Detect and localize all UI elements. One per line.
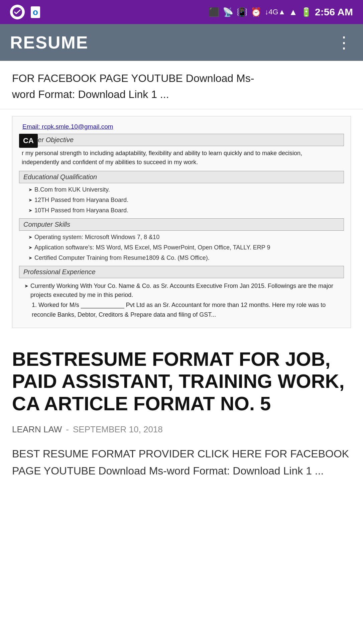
- computer-skills-list: Operating system: Microsoft Windows 7, 8…: [19, 232, 344, 263]
- meta-separator: -: [66, 424, 69, 435]
- status-bar-right: ⬛ 📡 📳 ⏰ ↓4G▲ ▲ 🔋 2:56 AM: [209, 6, 353, 18]
- section-professional-experience: Professional Experience: [19, 266, 344, 278]
- battery-icon: 🔋: [301, 7, 312, 17]
- article-author: LEARN LAW: [12, 424, 62, 435]
- section-computer-skills: Computer Skills: [19, 218, 344, 231]
- edu-item-1: B.Com from KUK University.: [26, 185, 344, 195]
- status-bar: o ⬛ 📡 📳 ⏰ ↓4G▲ ▲ 🔋 2:56 AM: [0, 0, 363, 24]
- edu-item-2: 12TH Passed from Haryana Board.: [26, 195, 344, 205]
- network-icon: ↓4G▲: [265, 8, 285, 16]
- article-date: SEPTEMBER 10, 2018: [73, 424, 163, 435]
- hotspot-icon: 📡: [223, 7, 233, 17]
- article-description: BEST RESUME FORMAT PROVIDER CLICK HERE F…: [12, 445, 351, 479]
- article-meta: LEARN LAW - SEPTEMBER 10, 2018: [12, 424, 351, 435]
- skill-item-2: Application software's: MS Word, MS Exce…: [26, 242, 344, 253]
- exp-detail-1: 1. Worked for M/s _____________ Pvt Ltd …: [22, 300, 341, 320]
- section-career-objective: Carrier Objective: [19, 134, 344, 146]
- vibrate-icon: 📳: [237, 7, 247, 17]
- article-title: BESTRESUME FORMAT FOR JOB, PAID ASSISTAN…: [12, 348, 351, 415]
- education-list: B.Com from KUK University. 12TH Passed f…: [19, 185, 344, 216]
- edu-item-3: 10TH Passed from Haryana Board.: [26, 205, 344, 216]
- app-bar: RESUME ⋮: [0, 24, 363, 61]
- professional-experience-text: Currently Working With Your Co. Name & C…: [19, 280, 344, 321]
- section-education: Educational Qualification: [19, 171, 344, 183]
- cast-icon: ⬛: [209, 7, 219, 17]
- email-line: Email: rcpk.smle.10@gmail.com: [19, 123, 344, 130]
- outlook-icon: o: [31, 6, 40, 18]
- more-options-icon[interactable]: ⋮: [336, 33, 353, 52]
- status-bar-left: o: [10, 5, 40, 19]
- skill-item-1: Operating system: Microsoft Windows 7, 8…: [26, 232, 344, 242]
- telegram-icon: [10, 5, 25, 19]
- prev-snippet: FOR FACEBOOK PAGE YOUTUBE Download Ms- w…: [0, 61, 363, 109]
- resume-preview: CA Email: rcpk.smle.10@gmail.com Carrier…: [12, 116, 351, 328]
- article-block: BESTRESUME FORMAT FOR JOB, PAID ASSISTAN…: [0, 335, 363, 486]
- app-title: RESUME: [10, 32, 88, 52]
- content-area: FOR FACEBOOK PAGE YOUTUBE Download Ms- w…: [0, 61, 363, 486]
- prev-snippet-text: FOR FACEBOOK PAGE YOUTUBE Download Ms- w…: [12, 72, 254, 100]
- clock-icon: ⏰: [251, 7, 261, 17]
- status-time: 2:56 AM: [315, 6, 353, 18]
- ca-badge: CA: [19, 134, 38, 148]
- career-objective-text: r my personal strength to including adap…: [19, 147, 344, 168]
- skill-item-3: Certified Computer Training from Resume1…: [26, 253, 344, 263]
- signal-icon: ▲: [289, 7, 297, 17]
- exp-main: Currently Working With Your Co. Name & C…: [22, 281, 341, 300]
